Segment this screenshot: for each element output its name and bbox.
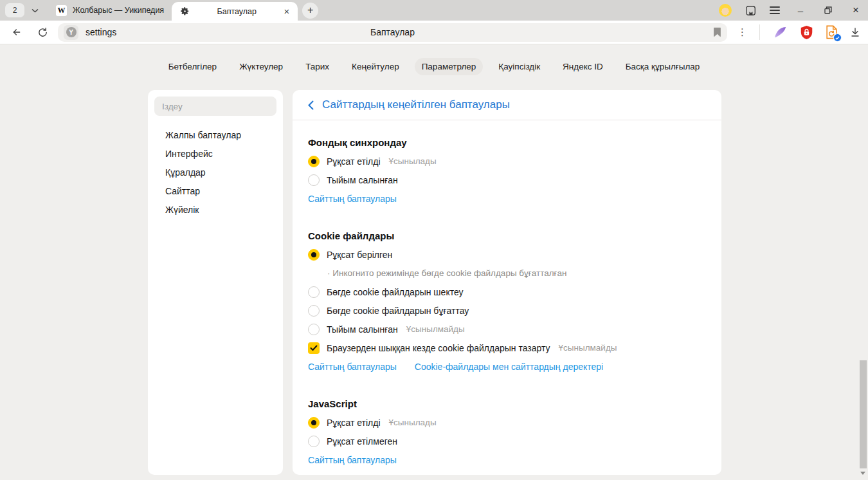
option-hint: Ұсынылады [389,156,437,166]
radio-option[interactable]: Тыйым салынған [308,171,706,189]
minimize-button[interactable]: – [793,5,808,16]
nav-tab-extensions[interactable]: Кеңейтулер [345,58,406,75]
tab-counter-button[interactable]: 2 [5,3,24,17]
site-info-button[interactable]: Y [64,25,78,40]
wikipedia-favicon: W [56,5,67,16]
option-note: · Инкогнито режимінде бөгде cookie файлд… [308,264,706,282]
extensions-menu-button[interactable]: ⋮ [737,26,747,38]
shield-lock-icon [800,25,813,40]
yandex-browser-icon: Y [66,27,77,37]
nav-tab-yandex-id[interactable]: Яндекс ID [556,58,610,75]
option-label: Тыйым салынған [327,175,398,185]
settings-sidebar: Жалпы баптаулар Интерфейс Құралдар Сайтт… [148,90,283,475]
content-title: Сайттардың кеңейтілген баптаулары [322,98,510,111]
option-label: Тыйым салынған [327,324,398,335]
content-header[interactable]: Сайттардың кеңейтілген баптаулары [293,90,721,120]
checkbox-checked-icon[interactable] [308,342,320,354]
radio-checked-icon[interactable] [308,417,320,429]
reload-icon [37,27,48,38]
sidebar-panel-icon[interactable] [745,5,756,16]
radio-option[interactable]: Бөгде cookie файлдарын шектеу [308,282,706,301]
tab-list-chevron-button[interactable] [26,3,43,17]
nav-tab-other-devices[interactable]: Басқа құрылғылар [619,58,707,75]
radio-option[interactable]: Рұқсат етілмеген [308,432,706,450]
back-chevron-icon[interactable] [308,100,314,110]
tabbar-right-cluster: – × [719,4,863,17]
tab-wikipedia[interactable]: W Жолбарыс — Уикипедия [48,0,172,21]
radio-checked-icon[interactable] [308,156,320,167]
option-label: Рұқсат етілмеген [327,436,397,447]
bookmark-icon [713,27,721,37]
radio-option[interactable]: Рұқсат етілді Ұсынылады [308,413,706,432]
profile-avatar[interactable] [719,4,732,17]
sidebar-item-system[interactable]: Жүйелік [148,200,283,219]
sidebar-item-general[interactable]: Жалпы баптаулар [148,125,283,144]
page-title: Баптаулар [58,27,727,37]
radio-unchecked-icon[interactable] [308,286,320,298]
nav-tab-settings[interactable]: Параметрлер [415,58,484,75]
browser-window: 2 W Жолбарыс — Уикипедия Баптаулар × + –… [0,0,868,480]
option-hint: Ұсынылмайды [559,343,617,353]
reload-button[interactable] [33,27,51,38]
radio-option[interactable]: Тыйым салынған Ұсынылмайды [308,320,706,338]
radio-unchecked-icon[interactable] [308,305,320,317]
option-label: Рұқсат етілді [327,156,381,167]
nav-tab-history[interactable]: Тарих [298,58,336,75]
gear-icon [180,6,190,16]
radio-checked-icon[interactable] [308,249,320,261]
nav-tab-bookmarks[interactable]: Бетбелгілер [161,58,224,75]
tab-title: Баптаулар [190,7,284,16]
verified-badge-icon [833,33,842,42]
site-settings-link[interactable]: Сайттың баптаулары [308,362,397,372]
maximize-button[interactable] [821,5,835,16]
section-gap [308,376,706,394]
section-title-cookies: Cookie файлдары [308,226,706,245]
radio-option[interactable]: Бөгде cookie файлдарын бұғаттау [308,301,706,320]
document-extension-button[interactable] [826,25,838,39]
nav-tab-security[interactable]: Қауіпсіздік [491,58,547,75]
tab-title: Жолбарыс — Уикипедия [73,6,164,15]
feather-icon [772,26,788,39]
close-window-button[interactable]: × [849,4,863,17]
url-text[interactable]: settings [86,27,116,37]
tab-bar: 2 W Жолбарыс — Уикипедия Баптаулар × + –… [0,0,868,21]
download-icon [850,26,860,38]
radio-unchecked-icon[interactable] [308,436,320,447]
radio-option[interactable]: Рұқсат етілді Ұсынылады [308,152,706,171]
settings-content: Сайттардың кеңейтілген баптаулары Фондық… [293,90,721,475]
settings-nav: Бетбелгілер Жүктеулер Тарих Кеңейтулер П… [0,57,868,76]
radio-unchecked-icon[interactable] [308,324,320,335]
back-button[interactable] [8,27,26,37]
restore-icon [824,6,832,14]
radio-option[interactable]: Рұқсат берілген [308,245,706,264]
downloads-button[interactable] [850,26,860,38]
search-input[interactable] [154,97,276,116]
scrollbar-down-arrow[interactable] [860,472,865,477]
toolbar-divider [759,24,760,40]
scrollbar-thumb[interactable] [860,360,867,468]
sidebar-items: Жалпы баптаулар Интерфейс Құралдар Сайтт… [148,125,283,219]
option-label: Бөгде cookie файлдарын бұғаттау [327,306,469,316]
feather-extension-button[interactable] [772,26,788,39]
option-hint: Ұсынылады [389,418,437,427]
section-gap [308,208,706,226]
radio-unchecked-icon[interactable] [308,174,320,186]
tab-settings[interactable]: Баптаулар × [172,2,298,21]
adblock-extension-button[interactable] [800,25,813,40]
new-tab-button[interactable]: + [302,3,318,19]
nav-tab-downloads[interactable]: Жүктеулер [232,58,290,75]
address-bar[interactable]: Y settings Баптаулар [58,23,727,42]
sidebar-item-interface[interactable]: Интерфейс [148,144,283,163]
menu-icon[interactable] [770,6,780,14]
checkbox-option[interactable]: Браузерден шыққан кезде cookie файлдарын… [308,338,706,357]
site-settings-link[interactable]: Сайттың баптаулары [308,194,397,204]
bookmark-button[interactable] [713,27,721,37]
cookies-data-link[interactable]: Cookie-файлдары мен сайттардың деректері [415,362,603,372]
site-settings-link[interactable]: Сайттың баптаулары [308,455,397,465]
option-label: Бөгде cookie файлдарын шектеу [327,287,464,297]
option-hint: Ұсынылмайды [406,324,465,334]
chevron-down-icon [32,8,39,13]
sidebar-item-sites[interactable]: Сайттар [148,181,283,200]
close-tab-icon[interactable]: × [284,6,289,16]
sidebar-item-tools[interactable]: Құралдар [148,163,283,181]
